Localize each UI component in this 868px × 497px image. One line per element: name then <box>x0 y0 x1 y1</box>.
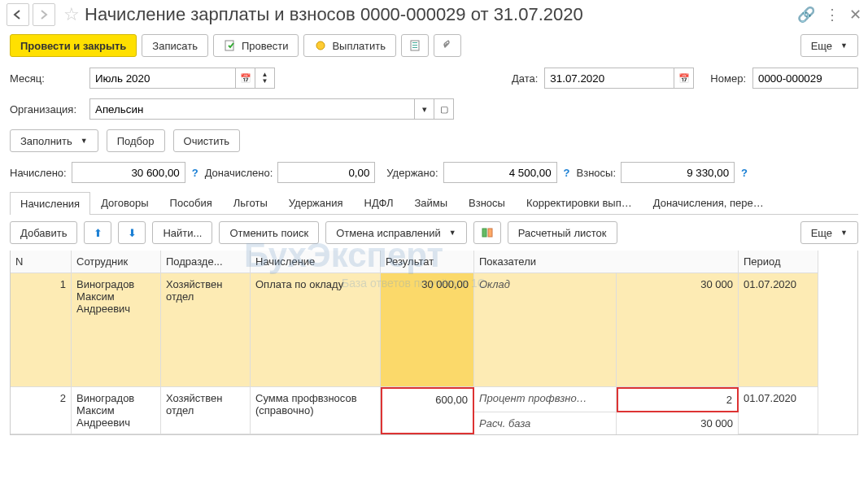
attach-icon-button[interactable] <box>434 34 461 57</box>
move-down-button[interactable]: ⬇ <box>118 221 146 244</box>
tab-contracts[interactable]: Договоры <box>90 191 159 214</box>
tab-accruals[interactable]: Начисления <box>10 192 90 215</box>
accrued-value[interactable] <box>72 162 185 183</box>
tab-deductions[interactable]: Удержания <box>278 191 354 214</box>
cancel-search-button[interactable]: Отменить поиск <box>219 221 319 244</box>
close-icon[interactable]: ✕ <box>849 6 861 24</box>
org-field[interactable] <box>89 98 415 120</box>
tab-corrections[interactable]: Корректировки вып… <box>516 191 643 214</box>
kebab-icon[interactable]: ⋮ <box>825 6 840 24</box>
sub-more-button[interactable]: Еще▼ <box>800 221 858 244</box>
help-icon[interactable]: ? <box>192 167 198 179</box>
month-spinner[interactable]: ▲▼ <box>255 68 275 89</box>
dropdown-icon[interactable]: ▾ <box>415 98 434 120</box>
add-row-button[interactable]: Добавить <box>10 221 77 244</box>
indicator-highlight: 2 <box>617 387 739 412</box>
save-button[interactable]: Записать <box>142 34 208 57</box>
col-accr: Начисление <box>251 251 381 273</box>
pay-icon <box>314 39 327 52</box>
col-dept: Подразде... <box>161 251 251 273</box>
page-title: Начисление зарплаты и взносов 0000-00002… <box>85 4 583 25</box>
cancel-fix-button[interactable]: Отмена исправлений▼ <box>325 221 467 244</box>
col-n: N <box>11 251 72 273</box>
tab-loans[interactable]: Займы <box>403 191 458 214</box>
contrib-value[interactable] <box>621 162 735 183</box>
svg-point-1 <box>316 41 325 50</box>
number-field[interactable] <box>752 68 858 89</box>
post-icon <box>224 39 237 52</box>
tab-contributions[interactable]: Взносы <box>458 191 516 214</box>
number-label: Номер: <box>710 72 746 85</box>
date-label: Дата: <box>512 72 538 85</box>
accrued-label: Начислено: <box>10 167 67 179</box>
report-icon-button[interactable] <box>401 34 429 57</box>
find-button[interactable]: Найти... <box>152 221 212 244</box>
org-label: Организация: <box>10 103 83 116</box>
columns-icon-button[interactable] <box>473 221 501 244</box>
svg-rect-7 <box>488 229 492 237</box>
extra-label: Доначислено: <box>205 167 273 179</box>
svg-rect-6 <box>482 229 486 237</box>
post-close-button[interactable]: Провести и закрыть <box>10 34 137 57</box>
col-period: Период <box>739 251 818 273</box>
star-icon[interactable]: ☆ <box>63 4 80 25</box>
withheld-label: Удержано: <box>386 167 438 179</box>
svg-rect-3 <box>412 42 417 43</box>
table-row[interactable]: 2 Виноградов Максим Андреевич Хозяйствен… <box>11 387 857 434</box>
calendar-icon[interactable]: 📅 <box>236 68 255 89</box>
more-button[interactable]: Еще▼ <box>800 34 858 57</box>
month-field[interactable] <box>89 68 236 89</box>
col-indicators: Показатели <box>474 251 739 273</box>
svg-rect-4 <box>412 45 417 46</box>
move-up-button[interactable]: ⬆ <box>84 221 111 244</box>
col-result: Результат <box>381 251 474 273</box>
clear-button[interactable]: Очистить <box>173 129 241 152</box>
tab-privileges[interactable]: Льготы <box>223 191 278 214</box>
link-icon[interactable]: 🔗 <box>797 6 815 24</box>
contrib-label: Взносы: <box>577 167 617 179</box>
tab-ndfl[interactable]: НДФЛ <box>354 191 404 214</box>
payslip-button[interactable]: Расчетный листок <box>508 221 617 244</box>
help-icon[interactable]: ? <box>564 167 570 179</box>
back-button[interactable] <box>7 3 29 26</box>
accruals-table: N Сотрудник Подразде... Начисление Резул… <box>10 251 858 435</box>
withheld-value[interactable] <box>443 162 557 183</box>
tab-benefits[interactable]: Пособия <box>159 191 223 214</box>
svg-rect-5 <box>412 47 417 48</box>
date-field[interactable] <box>544 68 674 89</box>
fill-button[interactable]: Заполнить▼ <box>10 129 98 152</box>
extra-value[interactable] <box>277 162 375 183</box>
table-row[interactable]: 1 Виноградов Максим Андреевич Хозяйствен… <box>11 273 857 387</box>
result-highlight: 600,00 <box>381 387 474 434</box>
forward-button[interactable] <box>33 3 55 26</box>
month-label: Месяц: <box>10 72 83 85</box>
help-icon[interactable]: ? <box>741 167 748 179</box>
calendar-icon[interactable]: 📅 <box>674 68 694 89</box>
open-ref-icon[interactable]: ▢ <box>434 98 454 120</box>
tabs: Начисления Договоры Пособия Льготы Удерж… <box>10 191 858 215</box>
post-button[interactable]: Провести <box>213 34 299 57</box>
col-emp: Сотрудник <box>72 251 161 273</box>
pick-button[interactable]: Подбор <box>107 129 165 152</box>
pay-button[interactable]: Выплатить <box>303 34 396 57</box>
tab-additional[interactable]: Доначисления, пере… <box>643 191 774 214</box>
